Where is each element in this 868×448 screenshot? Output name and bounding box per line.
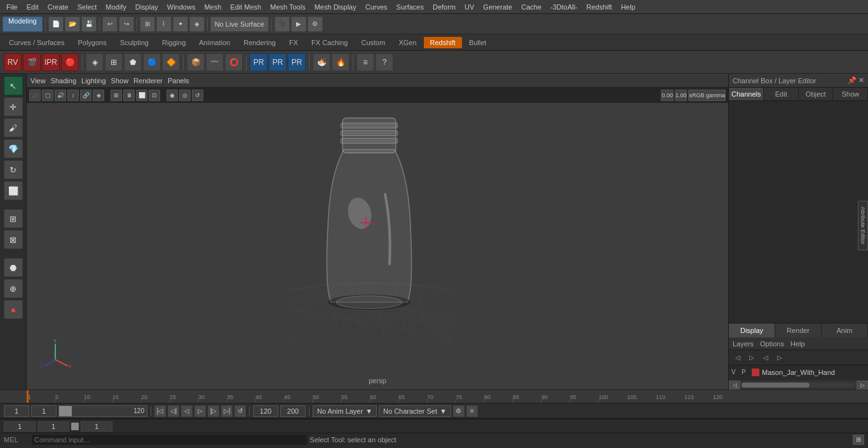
menu-curves[interactable]: Curves [362,2,391,12]
shading-menu[interactable]: Shading [51,77,76,85]
settings-btn[interactable]: ⚙ [453,405,465,417]
menu-generate[interactable]: Generate [479,2,516,12]
menu-mesh-display[interactable]: Mesh Display [311,2,360,12]
rs-icon-bowl[interactable]: 🍜 [313,53,330,71]
vp-btn6[interactable]: ◈ [93,90,104,101]
vp-btn5[interactable]: 🔗 [80,90,92,101]
rs-icon-ipr[interactable]: IPR [42,53,60,71]
rs-icon-8[interactable]: 🔶 [162,53,180,71]
go-to-end-btn[interactable]: ▷| [221,405,233,417]
dr-tab-render[interactable]: Render [775,323,822,337]
current-frame-input[interactable] [4,405,29,417]
menu-display[interactable]: Display [132,2,162,12]
layer-scrollbar[interactable]: ◁ ▷ [729,379,868,390]
rs-icon-pr3[interactable]: PR [288,53,306,71]
cb-tab-object[interactable]: Object [799,88,834,100]
layers-menu-layers[interactable]: Layers [733,340,754,348]
tab-sculpting[interactable]: Sculpting [114,37,155,48]
render-settings-btn[interactable]: ⚙ [308,17,323,32]
layers-menu-options[interactable]: Options [760,340,784,348]
vp-btn12[interactable]: ◎ [179,90,191,101]
view-menu[interactable]: View [31,77,46,85]
marquee-tool[interactable]: ⬜ [4,181,23,200]
tab-rigging[interactable]: Rigging [156,37,192,48]
extra-btn[interactable]: ≡ [466,405,478,417]
vp-grid-btn[interactable]: ⊞ [111,90,122,101]
menu-surfaces[interactable]: Surfaces [393,2,428,12]
play-back-btn[interactable]: ◁ [181,405,193,417]
rs-icon-5[interactable]: ⊞ [105,53,123,71]
cb-tab-channels[interactable]: Channels [729,88,764,100]
tab-bullet[interactable]: Bullet [463,37,493,48]
scroll-left-btn[interactable]: ◁ [729,381,740,390]
viewport-canvas[interactable]: 🎥 ▢ 🔊 ↕ 🔗 ◈ ⊞ 🖥 ⬜ ⊡ ◉ ◎ ↺ 0.00 1.00 sR [27,88,728,390]
scroll-thumb[interactable] [742,383,810,388]
rs-icon-cube[interactable]: 📦 [187,53,205,71]
snap-grid-btn[interactable]: ⊞ [140,17,155,32]
tab-fx-caching[interactable]: FX Caching [305,37,354,48]
mode-dropdown[interactable]: Modeling [3,17,43,32]
rs-icon-circle[interactable]: ⭕ [225,53,243,71]
time-ruler[interactable]: // Will be rendered via CSS/inline 1 5 1… [0,390,868,404]
layer-icon-down[interactable]: ◁ [759,352,772,363]
tool-b[interactable]: ⊕ [4,279,23,298]
play-forward-btn[interactable]: ▷ [194,405,206,417]
new-scene-btn[interactable]: 📄 [48,17,64,32]
anim-layer-dropdown[interactable]: No Anim Layer ▼ [313,405,377,417]
cb-tab-edit[interactable]: Edit [764,88,799,100]
rs-icon-7[interactable]: 🔵 [143,53,161,71]
rs-icon-4[interactable]: ◈ [86,53,104,71]
sculpt-tool[interactable]: 💎 [4,139,23,158]
rs-icon-3[interactable]: 🔴 [61,53,79,71]
renderer-menu[interactable]: Renderer [133,77,163,85]
rs-icon-6[interactable]: ⬟ [124,53,142,71]
redo-btn[interactable]: ↪ [119,17,134,32]
menu-modify[interactable]: Modify [102,2,130,12]
tool-a[interactable]: ⬣ [4,258,23,277]
rs-icon-help[interactable]: ? [376,53,393,71]
menu-create[interactable]: Create [44,2,72,12]
vp-btn11[interactable]: ◉ [166,90,178,101]
layer-icon-end[interactable]: ▷ [773,352,786,363]
channel-box-close-icon[interactable]: ✕ [858,76,864,85]
tab-custom[interactable]: Custom [355,37,392,48]
rs-icon-wave[interactable]: 〰 [206,53,224,71]
end-frame-input[interactable] [253,405,278,417]
ipr-btn[interactable]: ▶ [291,17,306,32]
menu-edit[interactable]: Edit [23,2,43,12]
vp-btn10[interactable]: ⊡ [149,90,160,101]
tab-curves-surfaces[interactable]: Curves / Surfaces [3,37,71,48]
help-icon-btn[interactable]: ⊞ [853,435,864,445]
scroll-right-btn[interactable]: ▷ [857,381,868,390]
vp-btn4[interactable]: ↕ [67,90,79,101]
tab-rendering[interactable]: Rendering [237,37,282,48]
frame-field2[interactable] [31,405,57,417]
rotate-tool[interactable]: ↻ [4,160,23,179]
render-btn[interactable]: 🎥 [275,17,290,32]
open-scene-btn[interactable]: 📂 [65,17,80,32]
attribute-editor-tab[interactable]: Attribute Editor [858,201,868,250]
snap-surface-btn[interactable]: ◈ [189,17,205,32]
select-tool[interactable]: ↖ [4,76,23,95]
live-surface-dropdown[interactable]: No Live Surface [210,17,269,32]
vp-btn8[interactable]: 🖥 [123,90,135,101]
vp-btn2[interactable]: ▢ [42,90,53,101]
cb-tab-show[interactable]: Show [833,88,868,100]
step-back-btn[interactable]: ◁| [168,405,179,417]
menu-windows[interactable]: Windows [163,2,200,12]
rs-icon-pr2[interactable]: PR [269,53,287,71]
go-to-start-btn[interactable]: |◁ [154,405,166,417]
tab-xgen[interactable]: XGen [392,37,423,48]
rs-icon-log[interactable]: ≡ [356,53,374,71]
frame-val3[interactable] [81,421,112,431]
range-slider-handle[interactable] [59,406,72,416]
menu-redshift[interactable]: Redshift [583,2,616,12]
lighting-menu[interactable]: Lighting [81,77,106,85]
channel-box-pin-icon[interactable]: 📌 [848,76,857,85]
scroll-track[interactable] [742,383,855,388]
menu-uv[interactable]: UV [461,2,478,12]
max-frame-input[interactable] [280,405,306,417]
dr-tab-display[interactable]: Display [729,323,775,337]
menu-mesh[interactable]: Mesh [200,2,225,12]
command-input[interactable] [32,435,307,445]
